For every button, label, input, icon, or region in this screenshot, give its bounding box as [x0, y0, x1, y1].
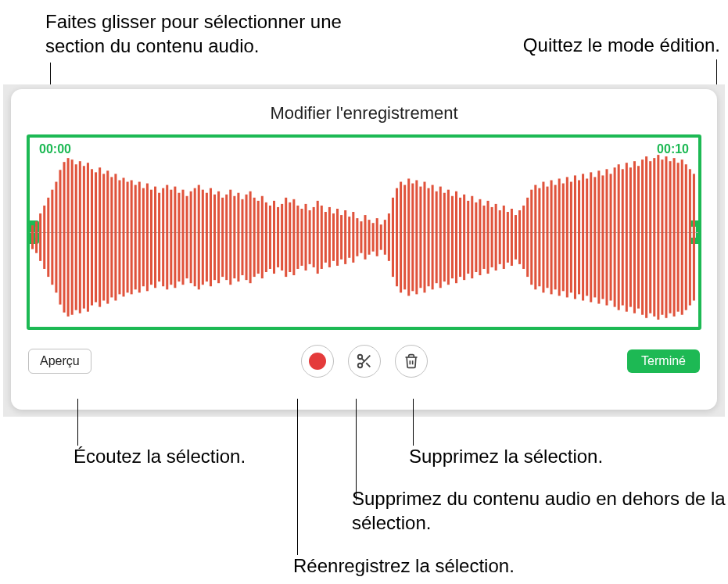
svg-rect-0 — [31, 225, 34, 249]
svg-rect-156 — [649, 161, 651, 313]
svg-rect-87 — [376, 218, 378, 256]
svg-rect-91 — [392, 198, 394, 277]
svg-rect-17 — [99, 167, 101, 306]
svg-rect-147 — [614, 167, 616, 306]
svg-rect-4 — [47, 198, 49, 277]
svg-rect-60 — [269, 206, 271, 269]
svg-rect-82 — [356, 218, 358, 256]
svg-rect-113 — [479, 199, 481, 275]
callout-line — [297, 399, 298, 555]
svg-rect-41 — [194, 188, 196, 287]
svg-rect-24 — [127, 182, 129, 293]
svg-rect-92 — [396, 188, 398, 287]
callout-delete-outside: Supprimez du contenu audio en dehors de … — [352, 486, 727, 535]
svg-rect-27 — [138, 182, 141, 293]
svg-rect-47 — [217, 192, 220, 284]
svg-rect-37 — [178, 193, 180, 281]
svg-rect-101 — [432, 185, 434, 290]
svg-rect-150 — [626, 163, 628, 311]
delete-button[interactable] — [395, 345, 428, 378]
svg-rect-137 — [574, 175, 576, 299]
svg-rect-149 — [622, 169, 624, 305]
svg-rect-118 — [499, 210, 501, 264]
trash-icon — [403, 353, 419, 370]
svg-rect-158 — [657, 155, 659, 320]
svg-rect-138 — [578, 180, 580, 294]
svg-rect-139 — [582, 174, 584, 300]
waveform-area[interactable]: 00:00 00:10 — [27, 134, 701, 330]
svg-rect-108 — [459, 198, 461, 277]
svg-rect-152 — [633, 161, 636, 313]
svg-rect-11 — [75, 164, 77, 310]
svg-rect-122 — [515, 215, 517, 260]
svg-point-168 — [357, 355, 362, 360]
svg-rect-132 — [554, 185, 557, 290]
svg-rect-16 — [95, 172, 97, 302]
svg-rect-10 — [71, 159, 74, 315]
svg-rect-129 — [542, 182, 544, 293]
svg-point-169 — [357, 364, 362, 368]
svg-rect-5 — [51, 190, 53, 285]
svg-rect-114 — [482, 206, 485, 269]
svg-rect-117 — [495, 204, 497, 271]
svg-line-172 — [361, 358, 364, 361]
svg-rect-46 — [213, 195, 216, 280]
svg-rect-50 — [229, 190, 231, 285]
svg-rect-115 — [487, 201, 490, 274]
svg-rect-78 — [340, 215, 342, 260]
panel-title: Modifier l'enregistrement — [11, 89, 717, 134]
svg-rect-31 — [154, 187, 156, 288]
svg-rect-89 — [384, 220, 386, 255]
svg-rect-94 — [403, 185, 406, 290]
svg-rect-141 — [590, 172, 592, 302]
svg-rect-28 — [142, 188, 145, 287]
scissors-icon — [356, 353, 373, 370]
svg-rect-54 — [246, 195, 248, 280]
svg-rect-2 — [39, 213, 41, 261]
svg-rect-86 — [372, 223, 375, 251]
svg-rect-143 — [597, 170, 600, 303]
svg-rect-8 — [63, 162, 66, 312]
svg-rect-93 — [400, 182, 402, 293]
svg-rect-42 — [198, 185, 200, 290]
svg-rect-38 — [181, 190, 184, 285]
waveform-icon — [31, 150, 697, 324]
callout-rerecord: Réenregistrez la sélection. — [293, 554, 515, 578]
svg-rect-162 — [673, 158, 676, 317]
svg-rect-125 — [526, 198, 529, 277]
callout-delete-selection: Supprimez la sélection. — [409, 444, 603, 468]
svg-rect-119 — [503, 206, 505, 269]
svg-rect-100 — [428, 188, 430, 287]
svg-rect-163 — [677, 163, 680, 311]
svg-rect-103 — [439, 187, 442, 288]
svg-rect-3 — [43, 206, 45, 269]
svg-rect-130 — [546, 187, 548, 288]
svg-rect-97 — [415, 180, 418, 294]
svg-rect-7 — [59, 170, 61, 304]
svg-rect-165 — [685, 164, 687, 310]
trim-button[interactable] — [348, 345, 381, 378]
svg-rect-161 — [669, 161, 672, 313]
preview-button[interactable]: Aperçu — [28, 349, 91, 374]
record-icon — [309, 353, 326, 370]
svg-rect-49 — [225, 195, 228, 280]
svg-rect-134 — [562, 184, 565, 292]
controls-bar: Aperçu Terminé — [11, 330, 717, 389]
svg-rect-53 — [241, 199, 243, 275]
svg-rect-19 — [106, 170, 109, 303]
svg-rect-1 — [35, 221, 38, 253]
svg-rect-20 — [110, 177, 113, 297]
svg-rect-26 — [134, 185, 137, 290]
svg-rect-142 — [594, 177, 596, 297]
done-button[interactable]: Terminé — [627, 349, 700, 373]
svg-rect-106 — [451, 196, 454, 278]
svg-rect-166 — [689, 169, 691, 305]
svg-rect-23 — [123, 177, 125, 296]
svg-line-171 — [366, 363, 370, 367]
svg-rect-131 — [550, 180, 553, 294]
svg-rect-52 — [237, 193, 239, 281]
svg-rect-80 — [348, 217, 350, 258]
svg-rect-44 — [206, 193, 208, 281]
record-button[interactable] — [301, 345, 334, 378]
svg-rect-126 — [530, 190, 533, 285]
